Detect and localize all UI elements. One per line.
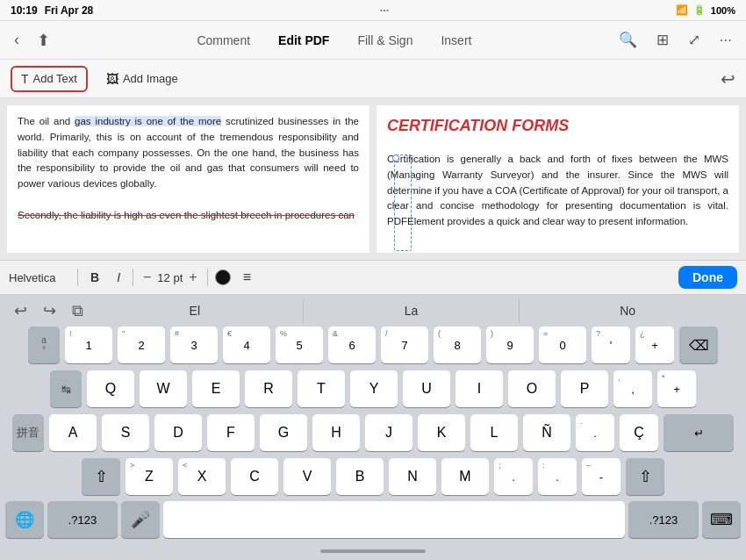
key-9[interactable]: )9 bbox=[486, 327, 534, 363]
search-button[interactable]: 🔍 bbox=[612, 25, 644, 54]
key-w[interactable]: W bbox=[140, 370, 187, 407]
add-text-button[interactable]: T Add Text bbox=[11, 66, 88, 92]
toolbar-tabs: Comment Edit PDF Fill & Sign Insert bbox=[61, 28, 608, 53]
key-l[interactable]: L bbox=[470, 414, 518, 451]
num-left-button[interactable]: .?123 bbox=[47, 501, 118, 538]
key-7[interactable]: /7 bbox=[381, 327, 428, 363]
undo-button[interactable]: ↩ bbox=[721, 68, 735, 90]
key-a[interactable]: A bbox=[49, 414, 97, 451]
space-button[interactable] bbox=[163, 501, 625, 538]
key-k[interactable]: K bbox=[418, 414, 465, 451]
key-c[interactable]: C bbox=[231, 458, 278, 495]
key-y[interactable]: Y bbox=[350, 370, 398, 407]
key-dot2[interactable]: .. bbox=[576, 414, 614, 451]
tab-comment[interactable]: Comment bbox=[183, 28, 264, 53]
mic-button[interactable]: 🎤 bbox=[121, 501, 160, 538]
separator-3 bbox=[207, 269, 208, 286]
key-b[interactable]: B bbox=[336, 458, 384, 495]
key-quote[interactable]: ?' bbox=[592, 327, 630, 363]
font-name: Helvetica bbox=[9, 271, 70, 284]
back-button[interactable]: ‹ bbox=[7, 25, 26, 54]
color-picker[interactable] bbox=[215, 269, 231, 285]
key-i[interactable]: I bbox=[455, 370, 503, 407]
fullscreen-button[interactable]: ⤢ bbox=[681, 25, 707, 54]
suggestion-2[interactable]: La bbox=[303, 298, 520, 323]
font-size-value: 12 pt bbox=[157, 271, 183, 284]
key-e[interactable]: E bbox=[192, 370, 240, 407]
align-button[interactable]: ≡ bbox=[238, 267, 256, 288]
key-asterisk[interactable]: *+ bbox=[657, 370, 696, 407]
key-o[interactable]: O bbox=[508, 370, 556, 407]
redo-kb-button[interactable]: ↪ bbox=[39, 298, 60, 324]
key-comma2[interactable]: ,, bbox=[613, 370, 652, 407]
shift-left-button[interactable]: ⇧ bbox=[82, 458, 120, 495]
pdf-right-body: Certification is generally a back and fo… bbox=[377, 143, 739, 239]
key-6[interactable]: &6 bbox=[328, 327, 376, 363]
paste-kb-button[interactable]: ⧉ bbox=[68, 298, 87, 324]
tab-edit-pdf[interactable]: Edit PDF bbox=[264, 28, 343, 53]
key-x[interactable]: <X bbox=[178, 458, 226, 495]
key-n-tilde[interactable]: Ñ bbox=[523, 414, 570, 451]
emoji-button[interactable]: 🌐 bbox=[5, 501, 44, 538]
key-5[interactable]: %5 bbox=[276, 327, 323, 363]
add-image-button[interactable]: 🖼 Add Image bbox=[97, 67, 188, 91]
key-8[interactable]: (8 bbox=[434, 327, 481, 363]
key-p[interactable]: P bbox=[561, 370, 608, 407]
key-semicolon[interactable]: ;. bbox=[494, 458, 533, 495]
key-s[interactable]: S bbox=[102, 414, 149, 451]
key-u[interactable]: U bbox=[403, 370, 450, 407]
key-c-cedilla[interactable]: Ç bbox=[620, 414, 658, 451]
suggestion-1[interactable]: El bbox=[87, 298, 303, 323]
keyboard-hide-button[interactable]: ⌨ bbox=[702, 501, 741, 538]
done-button[interactable]: Done bbox=[678, 266, 737, 289]
key-1[interactable]: !1 bbox=[65, 327, 112, 363]
battery-icon: 🔋 bbox=[693, 4, 706, 16]
status-time: 10:19 bbox=[11, 4, 38, 17]
bold-button[interactable]: B bbox=[85, 268, 104, 287]
key-lang-switch[interactable]: ↹ bbox=[50, 370, 82, 407]
key-dash[interactable]: –- bbox=[582, 458, 620, 495]
key-0[interactable]: =0 bbox=[539, 327, 586, 363]
key-2[interactable]: "2 bbox=[118, 327, 165, 363]
key-question[interactable]: ¿+ bbox=[635, 327, 674, 363]
key-v[interactable]: V bbox=[283, 458, 331, 495]
key-caps[interactable]: 拼音 bbox=[12, 414, 44, 451]
key-3[interactable]: #3 bbox=[170, 327, 218, 363]
key-colon[interactable]: :. bbox=[538, 458, 577, 495]
share-button[interactable]: ⬆ bbox=[30, 25, 57, 55]
return-button[interactable]: ↵ bbox=[664, 414, 734, 451]
keyboard-row-4: ⇧ >Z <X C V B N M ;. :. –- ⇧ bbox=[4, 458, 742, 495]
keyboard-row-1: a° !1 "2 #3 €4 %5 &6 /7 (8 )9 =0 ?' ¿+ ⌫ bbox=[4, 327, 742, 363]
key-g[interactable]: G bbox=[260, 414, 307, 451]
wifi-icon: 📶 bbox=[676, 4, 688, 16]
tab-fill-sign[interactable]: Fill & Sign bbox=[343, 28, 427, 53]
key-r[interactable]: R bbox=[245, 370, 292, 407]
key-z[interactable]: >Z bbox=[126, 458, 173, 495]
suggestion-3[interactable]: No bbox=[519, 298, 735, 323]
key-n[interactable]: N bbox=[389, 458, 436, 495]
add-text-icon: T bbox=[21, 72, 29, 86]
keyboard-row-3: 拼音 A S D F G H J K L Ñ .. Ç ↵ bbox=[4, 414, 742, 451]
pdf-page-right: CERTIFICATION FORMS Certification is gen… bbox=[377, 105, 739, 253]
backspace-button[interactable]: ⌫ bbox=[679, 327, 718, 363]
more-button[interactable]: ··· bbox=[713, 26, 739, 54]
undo-kb-button[interactable]: ↩ bbox=[11, 298, 31, 324]
top-toolbar: ‹ ⬆ Comment Edit PDF Fill & Sign Insert … bbox=[0, 21, 746, 60]
key-j[interactable]: J bbox=[365, 414, 412, 451]
italic-button[interactable]: I bbox=[111, 268, 126, 287]
tab-insert[interactable]: Insert bbox=[427, 28, 485, 53]
grid-button[interactable]: ⊞ bbox=[649, 25, 676, 54]
key-h[interactable]: H bbox=[312, 414, 360, 451]
font-size-increase[interactable]: + bbox=[186, 269, 199, 285]
font-size-decrease[interactable]: − bbox=[140, 269, 154, 285]
key-4[interactable]: €4 bbox=[223, 327, 270, 363]
key-f[interactable]: F bbox=[207, 414, 255, 451]
key-t[interactable]: T bbox=[298, 370, 345, 407]
key-q[interactable]: Q bbox=[87, 370, 134, 407]
key-d[interactable]: D bbox=[154, 414, 202, 451]
keyboard-top-bar: ↩ ↪ ⧉ El La No bbox=[0, 295, 746, 327]
key-m[interactable]: M bbox=[441, 458, 489, 495]
key-lang[interactable]: a° bbox=[28, 327, 60, 363]
shift-right-button[interactable]: ⇧ bbox=[626, 458, 664, 495]
num-right-button[interactable]: .?123 bbox=[628, 501, 699, 538]
